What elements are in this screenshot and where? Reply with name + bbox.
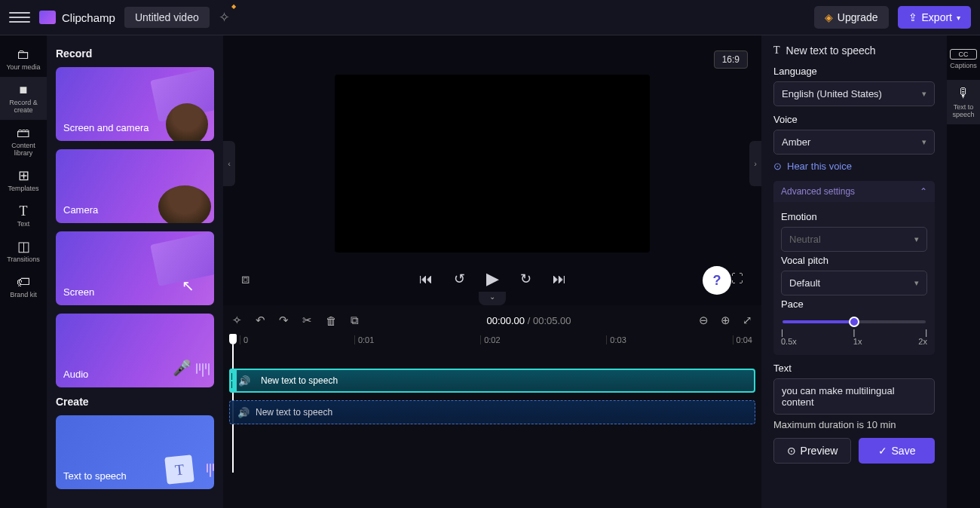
card-label: Text to speech [63,470,127,482]
playback-controls: ⧈ ⏮ ↺ ▶ ↻ ⏭ ⛶ [223,263,761,295]
pace-max: 2x [918,337,927,346]
card-camera[interactable]: Camera [56,149,214,223]
advanced-settings-toggle[interactable]: Advanced settings ⌃ [773,181,935,202]
save-label: Save [892,445,916,457]
help-button[interactable]: ? [703,266,731,295]
tab-label: Your media [6,63,40,71]
chevron-down-icon: ▾ [957,14,960,22]
tab-label: Record & create [2,99,45,114]
library-icon: 🗃 [17,126,30,139]
timeline-ruler[interactable]: 0 0:01 0:02 0:03 0:04 [223,335,761,355]
card-label: Screen [63,286,94,298]
tab-text[interactable]: TText [0,198,47,234]
voice-select[interactable]: Amber ▾ [773,130,935,155]
tab-record-create[interactable]: ■Record & create [0,77,47,120]
card-screen[interactable]: ↖ Screen [56,231,214,305]
pitch-select[interactable]: Default ▾ [781,271,927,295]
aspect-ratio-button[interactable]: 16:9 [714,50,748,69]
tab-content-library[interactable]: 🗃Content library [0,120,47,163]
tick: 0:01 [354,335,374,344]
chevron-down-icon: ▾ [922,137,926,147]
emotion-label: Emotion [781,211,927,222]
pace-label: Pace [781,298,927,310]
tick: 0:04 [733,335,752,344]
max-duration-note: Maximum duration is 10 min [773,419,935,430]
preview-area: ‹ 16:9 ⧈ ⏮ ↺ ▶ ↻ ⏭ ⛶ ? › [223,35,761,292]
create-heading: Create [56,396,214,408]
language-value: English (United States) [782,88,882,99]
dock-text-to-speech[interactable]: 🎙 Text to speech [947,80,980,124]
tts-text-input[interactable]: you can make multilingual content [773,378,935,415]
language-select[interactable]: English (United States) ▾ [773,81,935,106]
timecode: 00:00.00 / 00:05.00 [486,315,571,326]
dock-label: Text to speech [952,103,974,118]
project-title-input[interactable]: Untitled video [124,7,210,28]
save-button[interactable]: ✓ Save [859,438,935,464]
pace-mid: 1x [853,337,862,346]
voice-value: Amber [782,136,810,148]
microphone-icon: 🎤 [173,359,191,377]
fit-timeline-icon[interactable]: ⤢ [743,314,752,327]
menu-icon[interactable] [9,7,30,28]
redo-icon[interactable]: ↷ [279,314,289,327]
advanced-label: Advanced settings [781,186,855,197]
zoom-in-icon[interactable]: ⊕ [721,314,730,327]
tab-transitions[interactable]: ◫Transitions [0,234,47,269]
rewind-icon[interactable]: ↺ [454,271,465,287]
fullscreen-icon[interactable]: ⛶ [731,272,743,286]
emotion-select[interactable]: Neutral ▾ [781,227,927,252]
hear-voice-link[interactable]: ⊙ Hear this voice [773,161,935,172]
hear-label: Hear this voice [787,161,852,172]
delete-icon[interactable]: 🗑 [326,314,337,327]
clip-label: New text to speech [261,375,338,386]
pace-min: 0.5x [781,337,797,346]
closed-captions-icon[interactable]: ⧈ [241,271,250,287]
brand-name: Clipchamp [62,11,115,24]
export-button[interactable]: ⇪ Export ▾ [898,6,971,29]
chevron-down-icon: ▾ [914,234,919,244]
clip-tts[interactable]: 🔊 New text to speech [229,400,755,424]
undo-icon[interactable]: ↶ [256,314,265,327]
magic-icon[interactable]: ✧ [232,314,242,327]
chevron-up-icon: ⌃ [920,186,927,197]
card-label: Audio [63,369,88,380]
duplicate-icon[interactable]: ⧉ [351,314,359,327]
card-audio[interactable]: 🎤 Audio [56,314,214,387]
upload-icon: ⇪ [908,11,917,23]
video-preview[interactable] [335,75,650,252]
tab-your-media[interactable]: 🗀Your media [0,41,47,77]
split-icon[interactable]: ✂ [302,314,312,327]
slider-thumb[interactable] [849,317,859,327]
text-icon: T [20,204,28,218]
panel-title-text: New text to speech [786,44,876,57]
clipchamp-logo-icon [39,11,56,24]
card-text-to-speech[interactable]: T Text to speech [56,415,214,489]
preview-label: Preview [801,445,838,457]
forward-icon[interactable]: ↻ [520,271,531,287]
time-current: 00:00.00 [486,315,525,326]
dock-captions[interactable]: CC Captions [948,43,978,75]
card-label: Screen and camera [63,122,149,133]
grid-icon: ⊞ [18,169,29,182]
panel-collapse-left[interactable]: ‹ [223,141,235,186]
pace-slider[interactable] [782,320,926,323]
dock-label: Captions [950,62,977,69]
skip-back-icon[interactable]: ⏮ [419,271,433,287]
play-button[interactable]: ▶ [486,269,499,289]
clip-tts-selected[interactable]: 🔊 New text to speech [229,369,755,393]
tab-templates[interactable]: ⊞Templates [0,163,47,198]
chevron-down-icon: ▾ [922,89,926,99]
card-screen-and-camera[interactable]: Screen and camera [56,67,214,141]
tab-brand-kit[interactable]: 🏷Brand kit [0,269,47,304]
tick: 0 [240,335,248,344]
connectivity-icon[interactable]: ✧ [219,9,230,26]
panel-collapse-right[interactable]: › [749,141,761,186]
upgrade-button[interactable]: ◈ Upgrade [814,6,889,29]
skip-forward-icon[interactable]: ⏭ [553,271,566,287]
tab-label: Transitions [7,256,40,263]
export-label: Export [922,11,952,23]
preview-button[interactable]: ⊙ Preview [773,438,851,464]
right-dock: CC Captions 🎙 Text to speech [947,35,980,508]
play-circle-icon: ⊙ [787,445,796,457]
zoom-out-icon[interactable]: ⊖ [699,314,709,327]
